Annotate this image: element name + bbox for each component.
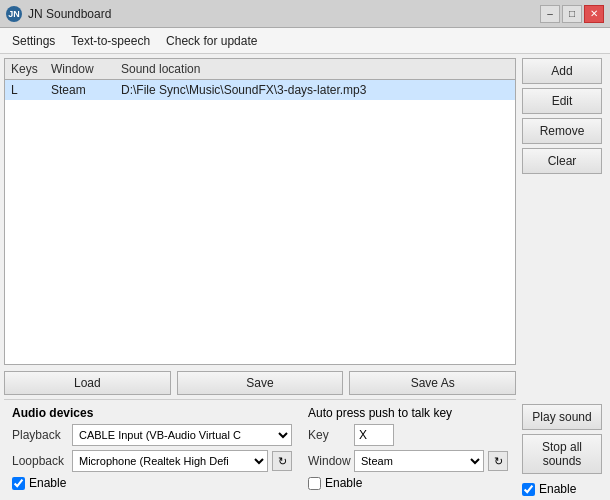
left-panel: Keys Window Sound location L Steam D:\Fi…	[0, 54, 520, 500]
minimize-button[interactable]: –	[540, 5, 560, 23]
menu-check-update[interactable]: Check for update	[158, 32, 265, 50]
cell-keys: L	[9, 82, 49, 98]
menu-bar: Settings Text-to-speech Check for update	[0, 28, 610, 54]
audio-devices-title: Audio devices	[12, 406, 292, 420]
bottom-section: Audio devices Playback CABLE Input (VB-A…	[4, 399, 516, 496]
table-header: Keys Window Sound location	[5, 59, 515, 80]
save-as-button[interactable]: Save As	[349, 371, 516, 395]
remove-button[interactable]: Remove	[522, 118, 602, 144]
sound-table: Keys Window Sound location L Steam D:\Fi…	[4, 58, 516, 365]
audio-enable-label: Enable	[29, 476, 66, 490]
window-title: JN Soundboard	[28, 7, 111, 21]
edit-button[interactable]: Edit	[522, 88, 602, 114]
push-window-row: Window Steam ↻	[308, 450, 508, 472]
right-panel: Add Edit Remove Clear Play sound Stop al…	[520, 54, 610, 500]
cell-location: D:\File Sync\Music\SoundFX\3-days-later.…	[119, 82, 511, 98]
save-button[interactable]: Save	[177, 371, 344, 395]
push-key-row: Key	[308, 424, 508, 446]
main-area: Keys Window Sound location L Steam D:\Fi…	[0, 54, 610, 500]
push-enable-checkbox[interactable]	[308, 477, 321, 490]
col-header-keys: Keys	[9, 61, 49, 77]
load-button[interactable]: Load	[4, 371, 171, 395]
push-window-refresh-button[interactable]: ↻	[488, 451, 508, 471]
playback-label: Playback	[12, 428, 68, 442]
bottom-buttons: Load Save Save As	[4, 371, 516, 395]
push-window-select[interactable]: Steam	[354, 450, 484, 472]
audio-enable-row: Enable	[12, 476, 292, 490]
title-bar-left: JN JN Soundboard	[6, 6, 111, 22]
playback-select[interactable]: CABLE Input (VB-Audio Virtual C	[72, 424, 292, 446]
loopback-label: Loopback	[12, 454, 68, 468]
push-key-input[interactable]	[354, 424, 394, 446]
audio-enable-checkbox[interactable]	[12, 477, 25, 490]
clear-button[interactable]: Clear	[522, 148, 602, 174]
loopback-refresh-button[interactable]: ↻	[272, 451, 292, 471]
push-window-label: Window	[308, 454, 350, 468]
maximize-button[interactable]: □	[562, 5, 582, 23]
stop-all-sounds-button[interactable]: Stop all sounds	[522, 434, 602, 474]
title-bar-controls: – □ ✕	[540, 5, 604, 23]
play-sound-button[interactable]: Play sound	[522, 404, 602, 430]
col-header-location: Sound location	[119, 61, 511, 77]
title-bar: JN JN Soundboard – □ ✕	[0, 0, 610, 28]
auto-push-section: Auto press push to talk key Key Window S…	[308, 406, 508, 490]
add-button[interactable]: Add	[522, 58, 602, 84]
audio-devices: Audio devices Playback CABLE Input (VB-A…	[12, 406, 292, 490]
loopback-select[interactable]: Microphone (Realtek High Defi	[72, 450, 268, 472]
push-key-label: Key	[308, 428, 350, 442]
enable-check-row: Enable	[522, 482, 606, 496]
push-enable-label: Enable	[325, 476, 362, 490]
push-enable-row: Enable	[308, 476, 508, 490]
cell-window: Steam	[49, 82, 119, 98]
app-icon: JN	[6, 6, 22, 22]
menu-settings[interactable]: Settings	[4, 32, 63, 50]
loopback-row: Loopback Microphone (Realtek High Defi ↻	[12, 450, 292, 472]
table-row[interactable]: L Steam D:\File Sync\Music\SoundFX\3-day…	[5, 80, 515, 100]
close-button[interactable]: ✕	[584, 5, 604, 23]
menu-tts[interactable]: Text-to-speech	[63, 32, 158, 50]
auto-push-title: Auto press push to talk key	[308, 406, 508, 420]
playback-row: Playback CABLE Input (VB-Audio Virtual C	[12, 424, 292, 446]
col-header-window: Window	[49, 61, 119, 77]
enable-checkbox[interactable]	[522, 483, 535, 496]
enable-label: Enable	[539, 482, 576, 496]
